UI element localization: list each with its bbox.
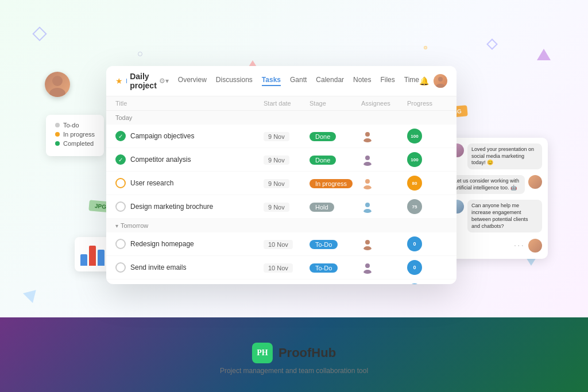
check-inprogress-3 — [115, 178, 126, 188]
svg-point-4 — [365, 132, 370, 137]
task-row-1[interactable]: ✓ Campaign objectives 9 Nov Done 100 — [106, 125, 457, 148]
task-name-4: Design marketing brochure — [130, 203, 213, 211]
project-title: Daily project — [130, 72, 157, 90]
brand-row: PH ProofHub — [252, 343, 336, 363]
section-tomorrow-label: Tomorrow — [121, 222, 148, 229]
bell-icon[interactable]: 🔔 — [419, 76, 429, 86]
star-icon: ★ — [115, 76, 123, 86]
chat-message-1: Loved your presentation on social media … — [450, 143, 542, 169]
tab-discussions[interactable]: Discussions — [216, 76, 253, 86]
progress-cell-5: 0 — [407, 236, 447, 251]
progress-cell-6: 0 — [407, 260, 447, 275]
chat-typing-dots: ··· — [514, 238, 525, 253]
svg-point-10 — [365, 203, 370, 207]
deco-triangle-purple — [537, 49, 551, 60]
legend-item-completed: Completed — [55, 140, 95, 147]
bar-2 — [89, 246, 96, 266]
date-cell-5: 10 Nov — [264, 239, 310, 249]
progress-cell-3: 80 — [407, 176, 447, 191]
brand-section: PH ProofHub Project management and team … — [220, 343, 368, 375]
chat-avatar-2 — [528, 175, 542, 189]
assignee-cell-4 — [361, 200, 407, 213]
assignee-cell-3 — [361, 177, 407, 189]
task-row-3[interactable]: User research 9 Nov In progress 80 — [106, 172, 457, 195]
assignee-cell-6 — [361, 261, 407, 274]
task-name-2: Competitor analysis — [130, 156, 191, 164]
check-empty-4 — [115, 201, 126, 212]
tab-tasks[interactable]: Tasks — [262, 76, 281, 86]
tab-notes[interactable]: Notes — [353, 76, 371, 86]
stage-cell-6: To-Do — [310, 262, 361, 273]
assignee-avatar-2 — [361, 153, 374, 166]
bar-1 — [80, 254, 87, 266]
table-header: Title Start date Stage Assignees Progres… — [106, 96, 457, 111]
col-title: Title — [115, 100, 264, 107]
progress-cell-1: 100 — [407, 129, 447, 143]
chat-widget: Loved your presentation on social media … — [444, 138, 548, 259]
svg-point-12 — [365, 240, 370, 244]
app-window: ★ Daily project ⚙▾ Overview Discussions … — [106, 66, 457, 284]
stage-cell-5: To-Do — [310, 239, 361, 249]
svg-point-6 — [365, 156, 370, 160]
col-stage: Stage — [310, 100, 361, 107]
bar-3 — [98, 250, 105, 266]
chat-bubble-1: Loved your presentation on social media … — [467, 143, 542, 169]
tab-time[interactable]: Time — [404, 76, 419, 86]
task-name-1: Campaign objectives — [130, 132, 194, 140]
legend-dot-todo — [55, 123, 60, 127]
svg-point-1 — [49, 88, 65, 97]
section-tomorrow: ▾ Tomorrow — [106, 219, 457, 232]
svg-point-8 — [365, 179, 370, 184]
stage-cell-3: In progress — [310, 178, 361, 188]
task-row-2[interactable]: ✓ Competitor analysis 9 Nov Done 100 — [106, 148, 457, 172]
task-name-cell-1: ✓ Campaign objectives — [115, 131, 264, 141]
svg-point-5 — [363, 138, 372, 142]
svg-point-15 — [363, 270, 372, 274]
svg-point-7 — [363, 162, 372, 166]
assignee-avatar-5 — [361, 238, 374, 250]
task-row-4[interactable]: Design marketing brochure 9 Nov Hold 75 — [106, 195, 457, 219]
tab-gantt[interactable]: Gantt — [290, 76, 307, 86]
svg-point-13 — [363, 246, 372, 250]
task-name-cell-4: Design marketing brochure — [115, 201, 264, 212]
date-cell-3: 9 Nov — [264, 178, 310, 188]
task-row-7[interactable]: Start social media campaign 10 Nov To-Do… — [106, 280, 457, 284]
check-done-2: ✓ — [115, 154, 126, 165]
assignee-cell-2 — [361, 153, 407, 166]
check-empty-6 — [115, 262, 126, 273]
header-right: 🔔 — [419, 74, 447, 88]
task-name-6: Send invite emails — [130, 263, 186, 271]
window-header: ★ Daily project ⚙▾ Overview Discussions … — [106, 66, 457, 96]
chat-message-2: Let us consider working with artificial … — [450, 175, 542, 194]
legend-item-inprogress: In progress — [55, 131, 95, 138]
ph-logo-text: PH — [257, 348, 268, 358]
tab-files[interactable]: Files — [380, 76, 394, 86]
task-row-6[interactable]: Send invite emails 10 Nov To-Do 0 — [106, 256, 457, 280]
stage-cell-4: Hold — [310, 201, 361, 212]
check-done-1: ✓ — [115, 131, 126, 141]
settings-icon: ⚙▾ — [159, 77, 169, 85]
deco-circle-1 — [138, 52, 142, 56]
svg-point-14 — [365, 263, 370, 268]
col-startdate: Start date — [264, 100, 310, 107]
task-name-3: User research — [130, 179, 173, 187]
stage-cell-2: Done — [310, 154, 361, 165]
task-name-5: Redesign homepage — [130, 240, 194, 248]
legend-dot-completed — [55, 141, 60, 146]
task-name-cell-6: Send invite emails — [115, 262, 264, 273]
progress-cell-4: 75 — [407, 199, 447, 214]
brand-tagline: Project management and team collaboratio… — [220, 367, 368, 375]
date-cell-4: 9 Nov — [264, 201, 310, 212]
task-name-cell-2: ✓ Competitor analysis — [115, 154, 264, 165]
assignee-avatar-3 — [361, 177, 374, 189]
task-row-5[interactable]: Redesign homepage 10 Nov To-Do 0 — [106, 232, 457, 256]
task-name-cell-5: Redesign homepage — [115, 239, 264, 249]
legend-widget: To-do In progress Completed — [46, 115, 104, 156]
tab-calendar[interactable]: Calendar — [316, 76, 344, 86]
chat-bubble-2: Let us consider working with artificial … — [450, 175, 525, 194]
col-progress: Progress — [407, 100, 447, 107]
deco-diamond-2 — [486, 38, 498, 50]
tab-overview[interactable]: Overview — [178, 76, 207, 86]
progress-cell-2: 100 — [407, 152, 447, 167]
legend-label-inprogress: In progress — [63, 131, 95, 138]
